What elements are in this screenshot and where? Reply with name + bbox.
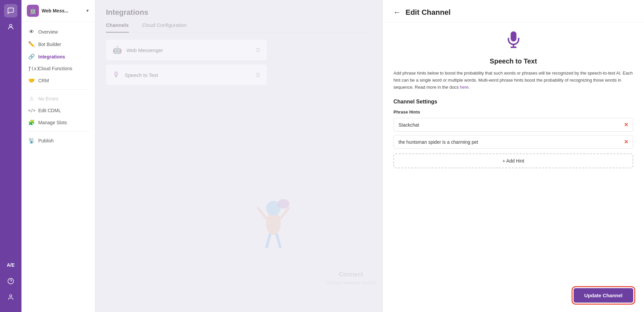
bot-avatar: 🤖 [27,5,39,17]
integrations-content: Channels Cloud Configuration 🤖 Web Messe… [95,22,382,92]
crm-icon: 🤝 [28,77,35,84]
channel-left-stt: 🎙 Speech to Text [113,71,158,79]
microphone-icon [505,31,522,52]
sidebar-item-bot-builder[interactable]: ✏️ Bot Builder [21,38,95,50]
sidebar-item-integrations-label: Integrations [38,54,65,59]
channel-name-web-messenger: Web Messenger [126,47,163,53]
svg-line-7 [281,208,288,218]
sidebar-item-overview-label: Overview [38,29,58,35]
sidebar-item-publish-label: Publish [38,138,54,143]
tab-cloud-configuration[interactable]: Cloud Configuration [142,22,187,33]
cloud-functions-icon: ƒ(x) [28,66,35,71]
sidebar-nav: 👁 Overview ✏️ Bot Builder 🔗 Integrations… [21,22,95,151]
panel-footer: Update Channel [383,281,644,312]
help-nav-icon[interactable] [4,274,17,288]
sidebar-item-no-errors[interactable]: ⚠ No Errors [21,92,95,105]
remove-hint-1-button[interactable]: ✕ [624,122,628,128]
panel-description: Add phrase hints below to boost the prob… [393,70,633,91]
web-messenger-icon: 🤖 [113,46,122,54]
connect-subtitle: Connect available cloud s [326,280,376,285]
sidebar-item-no-errors-label: No Errors [38,96,58,101]
sidebar-item-edit-cdml[interactable]: </> Edit CDML [21,105,95,116]
edit-panel-body: Speech to Text Add phrase hints below to… [383,23,644,281]
hint-row-2: ✕ [393,135,633,149]
bot-nav-icon[interactable] [4,20,17,34]
sidebar: 🤖 Web Mess... ▼ 👁 Overview ✏️ Bot Builde… [21,0,95,312]
icon-bar: A/E [0,0,21,312]
main-content: Integrations Channels Cloud Configuratio… [95,0,382,312]
hint-input-1[interactable] [398,122,621,128]
connect-title: Connect [326,271,376,278]
svg-point-3 [10,295,12,297]
channel-name-speech-to-text: Speech to Text [125,72,158,78]
panel-icon-area [393,31,633,52]
edit-panel-header: ← Edit Channel [383,0,644,23]
edit-cdml-icon: </> [28,108,35,113]
channels-list: 🤖 Web Messenger ☰ 🎙 Speech to Text ☰ [106,33,372,92]
phrase-hints-label: Phrase Hints [393,109,633,115]
hint-row-1: ✕ [393,118,633,132]
svg-line-8 [267,234,270,247]
remove-hint-2-button[interactable]: ✕ [624,139,628,145]
channel-menu-icon-speech-to-text[interactable]: ☰ [256,72,260,78]
language-nav-icon[interactable]: A/E [4,258,17,272]
svg-point-0 [9,25,12,27]
svg-point-10 [277,199,289,209]
update-channel-button[interactable]: Update Channel [574,288,633,303]
bot-selector[interactable]: 🤖 Web Mess... ▼ [21,0,95,22]
sidebar-item-edit-cdml-label: Edit CDML [38,108,61,113]
puzzle-icon: 🧩 [28,119,35,126]
chevron-down-icon: ▼ [86,8,90,13]
channel-card-web-messenger[interactable]: 🤖 Web Messenger ☰ [106,40,267,60]
tab-channels[interactable]: Channels [106,22,129,33]
publish-icon: 📡 [28,137,35,144]
channel-menu-icon-web-messenger[interactable]: ☰ [256,47,260,53]
nav-divider-2 [27,131,90,132]
warning-icon: ⚠ [28,95,35,102]
back-arrow-icon[interactable]: ← [393,8,401,17]
hint-input-2[interactable] [398,139,621,145]
edit-panel-title: Edit Channel [406,8,450,17]
add-hint-button[interactable]: + Add Hint [393,153,633,168]
sidebar-item-publish[interactable]: 📡 Publish [21,134,95,147]
channel-panel-title: Speech to Text [393,57,633,65]
overview-icon: 👁 [28,29,35,35]
sidebar-item-overview[interactable]: 👁 Overview [21,26,95,38]
sidebar-item-integrations[interactable]: 🔗 Integrations [21,50,95,63]
bot-builder-icon: ✏️ [28,41,35,47]
sidebar-item-cloud-functions[interactable]: ƒ(x) Cloud Functions [21,63,95,74]
main-header: Integrations [95,0,382,22]
illustration-figure [253,190,293,252]
channel-left: 🤖 Web Messenger [113,46,163,54]
section-tabs: Channels Cloud Configuration [106,22,372,33]
sidebar-item-cloud-functions-label: Cloud Functions [38,66,72,71]
bot-name: Web Mess... [42,8,83,13]
user-nav-icon[interactable] [4,291,17,304]
docs-link[interactable]: here. [460,85,470,90]
channel-card-speech-to-text[interactable]: 🎙 Speech to Text ☰ [106,64,267,85]
integrations-icon: 🔗 [28,53,35,60]
sidebar-item-crm-label: CRM [38,78,49,83]
sidebar-item-bot-builder-label: Bot Builder [38,42,61,47]
nav-divider-1 [27,89,90,90]
description-text: Add phrase hints below to boost the prob… [393,71,633,90]
chat-nav-icon[interactable] [4,4,17,17]
speech-to-text-icon: 🎙 [113,71,120,79]
sidebar-item-manage-slots-label: Manage Slots [38,120,67,125]
connect-section: Connect Connect available cloud s [326,264,376,285]
svg-line-9 [277,234,280,247]
sidebar-item-manage-slots[interactable]: 🧩 Manage Slots [21,116,95,129]
channel-settings-heading: Channel Settings [393,99,633,105]
sidebar-item-crm[interactable]: 🤝 CRM [21,74,95,87]
svg-line-6 [258,208,266,218]
edit-panel: ← Edit Channel Speech to Text Add phrase… [382,0,644,312]
page-title: Integrations [106,8,372,17]
